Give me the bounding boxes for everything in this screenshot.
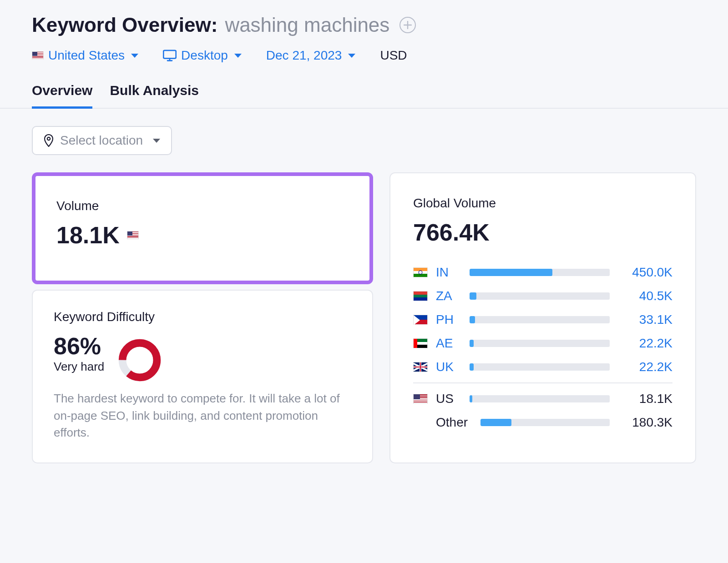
volume-bar	[470, 269, 610, 276]
country-code[interactable]: UK	[436, 360, 461, 374]
us-flag-icon	[127, 231, 139, 239]
global-volume-value: 766.4K	[413, 219, 672, 246]
keyword-difficulty-card: Keyword Difficulty 86% Very hard The har…	[32, 290, 373, 463]
tab-bar: Overview Bulk Analysis	[0, 83, 728, 109]
ae-flag-icon	[413, 338, 428, 348]
country-volume: 22.2K	[618, 360, 672, 374]
us-flag-icon	[32, 51, 44, 60]
kd-description: The hardest keyword to compete for. It w…	[54, 390, 351, 442]
desktop-icon	[163, 50, 177, 61]
volume-bar	[470, 292, 610, 300]
chevron-down-icon	[153, 139, 160, 143]
divider	[413, 382, 672, 383]
device-filter-label: Desktop	[181, 48, 228, 63]
us-flag-icon	[413, 394, 428, 404]
tab-bulk-analysis[interactable]: Bulk Analysis	[110, 83, 199, 108]
device-filter[interactable]: Desktop	[163, 48, 242, 63]
location-select[interactable]: Select location	[32, 126, 172, 155]
country-volume: 180.3K	[618, 415, 672, 430]
page-title: Keyword Overview:	[32, 14, 217, 36]
kd-value: 86%	[54, 332, 104, 360]
date-filter[interactable]: Dec 21, 2023	[266, 48, 356, 63]
global-volume-row[interactable]: PH33.1K	[413, 308, 672, 332]
country-filter[interactable]: United States	[32, 48, 138, 63]
global-volume-row[interactable]: ZA40.5K	[413, 284, 672, 308]
in-flag-icon	[413, 267, 428, 277]
country-code[interactable]: IN	[436, 265, 461, 280]
country-volume: 450.0K	[618, 265, 672, 280]
date-filter-label: Dec 21, 2023	[266, 48, 342, 63]
kd-label: Keyword Difficulty	[54, 310, 351, 324]
page-title-row: Keyword Overview: washing machines	[32, 14, 696, 36]
global-volume-card: Global Volume 766.4K IN450.0KZA40.5KPH33…	[389, 172, 696, 463]
country-code[interactable]: AE	[436, 336, 461, 351]
volume-card: Volume 18.1K	[32, 172, 373, 284]
plus-icon	[404, 21, 412, 29]
add-keyword-button[interactable]	[399, 17, 416, 33]
svg-point-1	[47, 137, 50, 140]
global-volume-row: US18.1K	[413, 387, 672, 411]
volume-label: Volume	[56, 199, 349, 213]
country-code: Other	[436, 415, 472, 430]
volume-bar	[470, 316, 610, 323]
currency-label: USD	[380, 48, 407, 63]
filter-bar: United States Desktop Dec 21, 2023 USD	[32, 48, 696, 63]
chevron-down-icon	[234, 54, 242, 58]
global-volume-row[interactable]: AE22.2K	[413, 332, 672, 355]
global-volume-row[interactable]: UK22.2K	[413, 355, 672, 379]
global-volume-label: Global Volume	[413, 196, 672, 211]
chevron-down-icon	[348, 54, 355, 58]
country-code[interactable]: ZA	[436, 289, 461, 303]
chevron-down-icon	[131, 54, 138, 58]
kd-donut-chart	[117, 337, 162, 383]
za-flag-icon	[413, 291, 428, 301]
uk-flag-icon	[413, 362, 428, 372]
kd-rating: Very hard	[54, 360, 104, 374]
country-code: US	[436, 392, 461, 406]
country-code[interactable]: PH	[436, 312, 461, 327]
location-pin-icon	[44, 134, 54, 147]
global-volume-row[interactable]: IN450.0K	[413, 261, 672, 284]
location-select-placeholder: Select location	[60, 133, 143, 148]
tab-overview[interactable]: Overview	[32, 83, 92, 109]
svg-rect-0	[163, 50, 176, 59]
country-volume: 33.1K	[618, 312, 672, 327]
volume-bar	[480, 419, 610, 426]
country-volume: 18.1K	[618, 392, 672, 406]
country-volume: 22.2K	[618, 336, 672, 351]
country-volume: 40.5K	[618, 289, 672, 303]
volume-bar	[470, 363, 610, 371]
ph-flag-icon	[413, 315, 428, 325]
volume-bar	[470, 395, 610, 402]
country-filter-label: United States	[48, 48, 125, 63]
volume-value: 18.1K	[56, 221, 120, 249]
volume-bar	[470, 340, 610, 347]
keyword-text: washing machines	[225, 14, 389, 36]
global-volume-row: Other180.3K	[413, 411, 672, 434]
